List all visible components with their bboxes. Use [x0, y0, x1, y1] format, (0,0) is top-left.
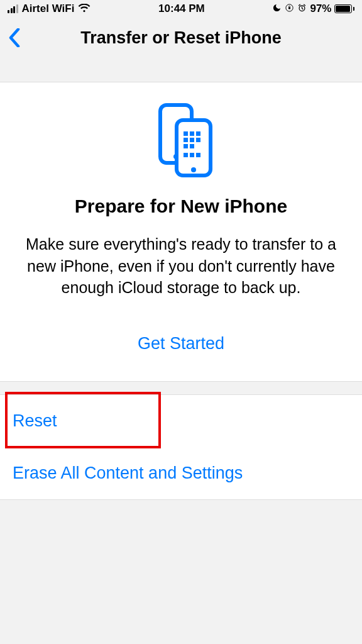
do-not-disturb-icon: [272, 3, 282, 14]
options-list: Reset Erase All Content and Settings: [0, 394, 362, 501]
status-bar: Airtel WiFi 10:44 PM 97%: [0, 0, 362, 18]
svg-rect-9: [196, 131, 200, 136]
prepare-card: Prepare for New iPhone Make sure everyth…: [0, 82, 362, 382]
svg-rect-8: [190, 131, 194, 136]
erase-all-row[interactable]: Erase All Content and Settings: [0, 447, 362, 499]
svg-rect-11: [190, 138, 194, 142]
svg-rect-17: [196, 153, 200, 157]
battery-icon: [334, 4, 354, 13]
orientation-lock-icon: [285, 3, 294, 14]
reset-row[interactable]: Reset: [0, 395, 362, 447]
wifi-icon: [78, 3, 90, 16]
navigation-bar: Transfer or Reset iPhone: [0, 18, 362, 82]
prepare-description: Make sure everything's ready to transfer…: [21, 233, 341, 299]
carrier-label: Airtel WiFi: [22, 3, 75, 15]
svg-rect-13: [184, 144, 188, 148]
back-button[interactable]: [6, 26, 23, 49]
status-right: 97%: [272, 3, 354, 15]
svg-rect-1: [288, 7, 290, 9]
svg-rect-10: [184, 138, 188, 142]
svg-rect-14: [190, 144, 194, 148]
svg-rect-15: [184, 153, 188, 157]
page-title: Transfer or Reset iPhone: [0, 28, 362, 48]
status-time: 10:44 PM: [158, 3, 205, 15]
alarm-icon: [297, 3, 307, 14]
prepare-title: Prepare for New iPhone: [21, 196, 341, 217]
status-left: Airtel WiFi: [8, 3, 90, 16]
svg-rect-12: [196, 138, 200, 142]
svg-rect-7: [184, 131, 188, 136]
devices-icon: [21, 103, 341, 178]
battery-percent: 97%: [310, 3, 331, 15]
svg-point-6: [191, 167, 196, 172]
svg-rect-16: [190, 153, 194, 157]
get-started-button[interactable]: Get Started: [21, 334, 341, 353]
cellular-signal-icon: [8, 4, 18, 13]
